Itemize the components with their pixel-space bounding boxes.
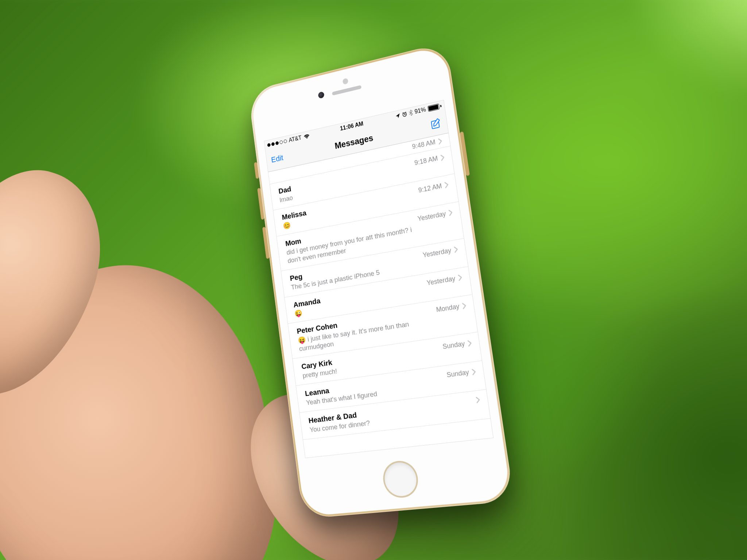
screen: AT&T 11:06 AM: [264, 100, 494, 458]
timestamp-label: Sunday: [442, 340, 465, 351]
signal-strength-icon: [267, 139, 287, 147]
chevron-right-icon: [471, 368, 476, 376]
wifi-icon: [303, 133, 310, 140]
front-camera: [318, 91, 324, 99]
chevron-right-icon: [453, 246, 458, 253]
chevron-right-icon: [438, 137, 442, 145]
edit-button[interactable]: Edit: [271, 153, 284, 165]
compose-button[interactable]: [430, 117, 443, 131]
timestamp-label: 9:18 AM: [414, 155, 438, 167]
timestamp-label: Yesterday: [426, 275, 456, 287]
location-icon: [395, 113, 400, 118]
bluetooth-icon: [409, 110, 413, 116]
carrier-label: AT&T: [289, 135, 302, 144]
chevron-right-icon: [444, 181, 449, 188]
timestamp-label: Monday: [436, 303, 460, 314]
compose-icon: [430, 117, 443, 131]
svg-point-0: [403, 112, 407, 117]
proximity-sensor: [342, 78, 349, 85]
timestamp-label: 9:12 AM: [418, 182, 442, 195]
page-title: Messages: [334, 133, 374, 151]
battery-icon: [427, 103, 442, 112]
conversation-list[interactable]: 9:48 AM Dadlmao9:18 AMMelissa😊9:12 AMMom…: [268, 133, 493, 458]
timestamp-label: Yesterday: [417, 210, 446, 223]
battery-percent-label: 91%: [414, 106, 426, 115]
home-button[interactable]: [381, 459, 420, 499]
chevron-right-icon: [458, 274, 463, 281]
timestamp-label: 9:48 AM: [411, 138, 436, 151]
timestamp-label: Yesterday: [422, 246, 452, 259]
alarm-icon: [402, 111, 407, 117]
chevron-right-icon: [440, 154, 445, 161]
chevron-right-icon: [448, 209, 453, 217]
timestamp-label: Sunday: [446, 368, 469, 379]
chevron-right-icon: [476, 396, 481, 404]
chevron-right-icon: [467, 339, 472, 347]
svg-rect-1: [431, 120, 439, 129]
earpiece: [332, 85, 361, 96]
chevron-right-icon: [462, 302, 467, 310]
